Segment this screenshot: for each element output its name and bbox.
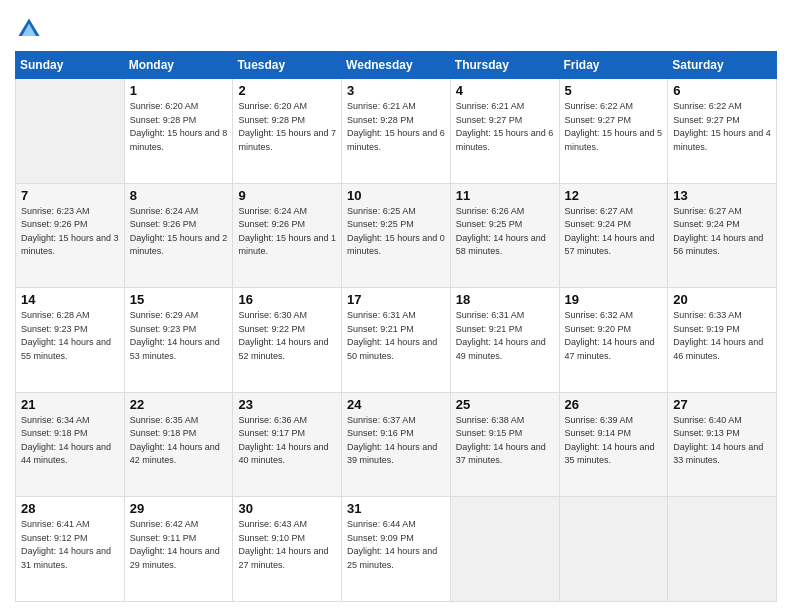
day-number: 8	[130, 188, 228, 203]
day-number: 1	[130, 83, 228, 98]
day-number: 28	[21, 501, 119, 516]
calendar-day-cell: 31 Sunrise: 6:44 AM Sunset: 9:09 PM Dayl…	[342, 497, 451, 602]
calendar-day-cell: 20 Sunrise: 6:33 AM Sunset: 9:19 PM Dayl…	[668, 288, 777, 393]
calendar-day-cell: 23 Sunrise: 6:36 AM Sunset: 9:17 PM Dayl…	[233, 392, 342, 497]
day-info: Sunrise: 6:20 AM Sunset: 9:28 PM Dayligh…	[130, 100, 228, 154]
day-number: 20	[673, 292, 771, 307]
day-number: 12	[565, 188, 663, 203]
day-info: Sunrise: 6:42 AM Sunset: 9:11 PM Dayligh…	[130, 518, 228, 572]
calendar-day-cell: 25 Sunrise: 6:38 AM Sunset: 9:15 PM Dayl…	[450, 392, 559, 497]
calendar-day-cell: 1 Sunrise: 6:20 AM Sunset: 9:28 PM Dayli…	[124, 79, 233, 184]
day-info: Sunrise: 6:23 AM Sunset: 9:26 PM Dayligh…	[21, 205, 119, 259]
calendar-day-header: Wednesday	[342, 52, 451, 79]
day-info: Sunrise: 6:34 AM Sunset: 9:18 PM Dayligh…	[21, 414, 119, 468]
calendar-day-cell: 13 Sunrise: 6:27 AM Sunset: 9:24 PM Dayl…	[668, 183, 777, 288]
calendar-day-header: Thursday	[450, 52, 559, 79]
calendar-day-cell: 24 Sunrise: 6:37 AM Sunset: 9:16 PM Dayl…	[342, 392, 451, 497]
calendar-day-cell: 2 Sunrise: 6:20 AM Sunset: 9:28 PM Dayli…	[233, 79, 342, 184]
calendar-day-cell: 30 Sunrise: 6:43 AM Sunset: 9:10 PM Dayl…	[233, 497, 342, 602]
day-number: 22	[130, 397, 228, 412]
day-info: Sunrise: 6:43 AM Sunset: 9:10 PM Dayligh…	[238, 518, 336, 572]
calendar-day-cell: 9 Sunrise: 6:24 AM Sunset: 9:26 PM Dayli…	[233, 183, 342, 288]
day-info: Sunrise: 6:22 AM Sunset: 9:27 PM Dayligh…	[673, 100, 771, 154]
calendar-day-cell: 29 Sunrise: 6:42 AM Sunset: 9:11 PM Dayl…	[124, 497, 233, 602]
day-info: Sunrise: 6:28 AM Sunset: 9:23 PM Dayligh…	[21, 309, 119, 363]
day-number: 6	[673, 83, 771, 98]
calendar-day-cell	[668, 497, 777, 602]
day-number: 18	[456, 292, 554, 307]
day-info: Sunrise: 6:26 AM Sunset: 9:25 PM Dayligh…	[456, 205, 554, 259]
calendar-day-cell: 12 Sunrise: 6:27 AM Sunset: 9:24 PM Dayl…	[559, 183, 668, 288]
calendar-week-row: 7 Sunrise: 6:23 AM Sunset: 9:26 PM Dayli…	[16, 183, 777, 288]
calendar-day-cell: 8 Sunrise: 6:24 AM Sunset: 9:26 PM Dayli…	[124, 183, 233, 288]
calendar-day-cell: 26 Sunrise: 6:39 AM Sunset: 9:14 PM Dayl…	[559, 392, 668, 497]
day-number: 13	[673, 188, 771, 203]
calendar-day-cell	[16, 79, 125, 184]
day-number: 25	[456, 397, 554, 412]
calendar-day-header: Monday	[124, 52, 233, 79]
day-info: Sunrise: 6:37 AM Sunset: 9:16 PM Dayligh…	[347, 414, 445, 468]
day-number: 5	[565, 83, 663, 98]
calendar-day-cell: 21 Sunrise: 6:34 AM Sunset: 9:18 PM Dayl…	[16, 392, 125, 497]
day-number: 17	[347, 292, 445, 307]
calendar-day-cell: 19 Sunrise: 6:32 AM Sunset: 9:20 PM Dayl…	[559, 288, 668, 393]
day-number: 19	[565, 292, 663, 307]
calendar-day-cell: 7 Sunrise: 6:23 AM Sunset: 9:26 PM Dayli…	[16, 183, 125, 288]
calendar-day-cell	[559, 497, 668, 602]
calendar-week-row: 14 Sunrise: 6:28 AM Sunset: 9:23 PM Dayl…	[16, 288, 777, 393]
day-info: Sunrise: 6:22 AM Sunset: 9:27 PM Dayligh…	[565, 100, 663, 154]
page: SundayMondayTuesdayWednesdayThursdayFrid…	[0, 0, 792, 612]
day-number: 4	[456, 83, 554, 98]
calendar-day-cell: 22 Sunrise: 6:35 AM Sunset: 9:18 PM Dayl…	[124, 392, 233, 497]
day-info: Sunrise: 6:39 AM Sunset: 9:14 PM Dayligh…	[565, 414, 663, 468]
calendar-day-cell: 10 Sunrise: 6:25 AM Sunset: 9:25 PM Dayl…	[342, 183, 451, 288]
calendar-day-cell: 4 Sunrise: 6:21 AM Sunset: 9:27 PM Dayli…	[450, 79, 559, 184]
calendar-day-header: Sunday	[16, 52, 125, 79]
calendar-day-header: Saturday	[668, 52, 777, 79]
calendar-week-row: 28 Sunrise: 6:41 AM Sunset: 9:12 PM Dayl…	[16, 497, 777, 602]
calendar-day-cell: 5 Sunrise: 6:22 AM Sunset: 9:27 PM Dayli…	[559, 79, 668, 184]
day-info: Sunrise: 6:27 AM Sunset: 9:24 PM Dayligh…	[673, 205, 771, 259]
calendar-week-row: 21 Sunrise: 6:34 AM Sunset: 9:18 PM Dayl…	[16, 392, 777, 497]
calendar-day-header: Friday	[559, 52, 668, 79]
day-info: Sunrise: 6:36 AM Sunset: 9:17 PM Dayligh…	[238, 414, 336, 468]
calendar-day-header: Tuesday	[233, 52, 342, 79]
calendar-day-cell: 15 Sunrise: 6:29 AM Sunset: 9:23 PM Dayl…	[124, 288, 233, 393]
day-info: Sunrise: 6:24 AM Sunset: 9:26 PM Dayligh…	[238, 205, 336, 259]
day-info: Sunrise: 6:44 AM Sunset: 9:09 PM Dayligh…	[347, 518, 445, 572]
calendar-header-row: SundayMondayTuesdayWednesdayThursdayFrid…	[16, 52, 777, 79]
calendar-table: SundayMondayTuesdayWednesdayThursdayFrid…	[15, 51, 777, 602]
calendar-day-cell: 18 Sunrise: 6:31 AM Sunset: 9:21 PM Dayl…	[450, 288, 559, 393]
calendar-day-cell: 14 Sunrise: 6:28 AM Sunset: 9:23 PM Dayl…	[16, 288, 125, 393]
day-number: 14	[21, 292, 119, 307]
calendar-day-cell: 17 Sunrise: 6:31 AM Sunset: 9:21 PM Dayl…	[342, 288, 451, 393]
calendar-day-cell: 28 Sunrise: 6:41 AM Sunset: 9:12 PM Dayl…	[16, 497, 125, 602]
day-info: Sunrise: 6:30 AM Sunset: 9:22 PM Dayligh…	[238, 309, 336, 363]
calendar-day-cell: 3 Sunrise: 6:21 AM Sunset: 9:28 PM Dayli…	[342, 79, 451, 184]
day-info: Sunrise: 6:31 AM Sunset: 9:21 PM Dayligh…	[347, 309, 445, 363]
day-number: 27	[673, 397, 771, 412]
calendar-day-cell: 11 Sunrise: 6:26 AM Sunset: 9:25 PM Dayl…	[450, 183, 559, 288]
day-number: 30	[238, 501, 336, 516]
calendar-day-cell	[450, 497, 559, 602]
day-number: 3	[347, 83, 445, 98]
day-number: 15	[130, 292, 228, 307]
day-number: 23	[238, 397, 336, 412]
day-number: 21	[21, 397, 119, 412]
day-number: 2	[238, 83, 336, 98]
day-info: Sunrise: 6:33 AM Sunset: 9:19 PM Dayligh…	[673, 309, 771, 363]
day-info: Sunrise: 6:24 AM Sunset: 9:26 PM Dayligh…	[130, 205, 228, 259]
logo	[15, 15, 45, 43]
calendar-day-cell: 16 Sunrise: 6:30 AM Sunset: 9:22 PM Dayl…	[233, 288, 342, 393]
day-number: 11	[456, 188, 554, 203]
day-number: 31	[347, 501, 445, 516]
calendar-week-row: 1 Sunrise: 6:20 AM Sunset: 9:28 PM Dayli…	[16, 79, 777, 184]
day-info: Sunrise: 6:38 AM Sunset: 9:15 PM Dayligh…	[456, 414, 554, 468]
day-info: Sunrise: 6:31 AM Sunset: 9:21 PM Dayligh…	[456, 309, 554, 363]
day-info: Sunrise: 6:21 AM Sunset: 9:27 PM Dayligh…	[456, 100, 554, 154]
day-info: Sunrise: 6:20 AM Sunset: 9:28 PM Dayligh…	[238, 100, 336, 154]
day-info: Sunrise: 6:25 AM Sunset: 9:25 PM Dayligh…	[347, 205, 445, 259]
header	[15, 15, 777, 43]
day-number: 24	[347, 397, 445, 412]
calendar-day-cell: 6 Sunrise: 6:22 AM Sunset: 9:27 PM Dayli…	[668, 79, 777, 184]
